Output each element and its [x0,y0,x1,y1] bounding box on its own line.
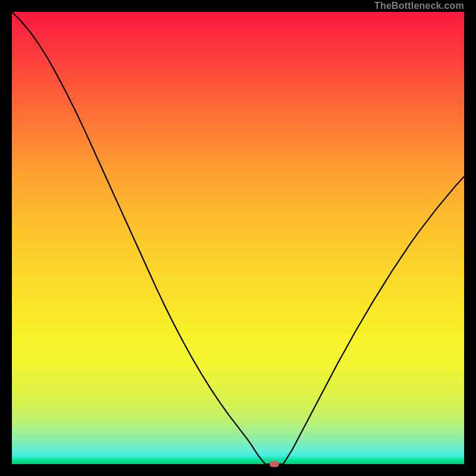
bottleneck-curve [12,12,464,464]
optimal-point-marker [270,461,279,467]
bottleneck-chart [12,12,464,464]
watermark: TheBottleneck.com [374,0,464,12]
